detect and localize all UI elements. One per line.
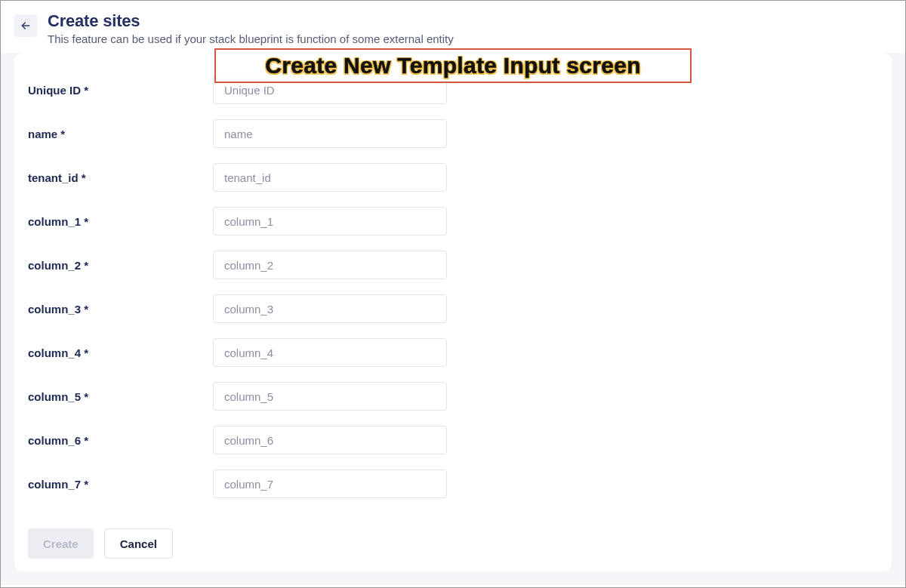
field-label: Unique ID * [28,84,213,97]
form-card: Unique ID * name * tenant_id * column_1 … [14,53,892,571]
arrow-left-icon [20,20,32,32]
column-5-input[interactable] [213,382,447,411]
field-label: tenant_id * [28,171,213,184]
form-actions: Create Cancel [28,528,878,559]
field-label: column_1 * [28,215,213,228]
cancel-button[interactable]: Cancel [104,528,173,559]
annotation-text: Create New Template Input screen [265,53,641,79]
annotation-callout: Create New Template Input screen [214,48,692,83]
field-row-column-1: column_1 * [28,207,878,236]
column-3-input[interactable] [213,294,447,323]
field-label: column_5 * [28,390,213,403]
field-row-column-6: column_6 * [28,426,878,454]
field-label: column_3 * [28,303,213,316]
column-2-input[interactable] [213,251,447,279]
field-row-column-4: column_4 * [28,338,878,367]
field-row-column-3: column_3 * [28,294,878,323]
header-text: Create sites This feature can be used if… [48,11,454,45]
content-background: Unique ID * name * tenant_id * column_1 … [1,53,905,585]
column-4-input[interactable] [213,338,447,367]
field-row-column-2: column_2 * [28,251,878,279]
name-input[interactable] [213,119,447,148]
field-label: column_6 * [28,434,213,447]
column-1-input[interactable] [213,207,447,236]
field-row-column-7: column_7 * [28,469,878,498]
page-subtitle: This feature can be used if your stack b… [48,32,454,45]
back-button[interactable] [14,14,37,37]
app-frame: Create sites This feature can be used if… [0,0,906,588]
column-7-input[interactable] [213,469,447,498]
field-label: column_4 * [28,346,213,359]
tenant-id-input[interactable] [213,163,447,192]
column-6-input[interactable] [213,426,447,454]
field-label: column_2 * [28,259,213,272]
field-label: name * [28,128,213,140]
page-header: Create sites This feature can be used if… [1,1,905,53]
create-button[interactable]: Create [28,528,94,559]
form-body: Unique ID * name * tenant_id * column_1 … [28,75,878,513]
field-label: column_7 * [28,478,213,491]
field-row-name: name * [28,119,878,148]
page-title: Create sites [48,11,454,31]
field-row-column-5: column_5 * [28,382,878,411]
field-row-tenant-id: tenant_id * [28,163,878,192]
